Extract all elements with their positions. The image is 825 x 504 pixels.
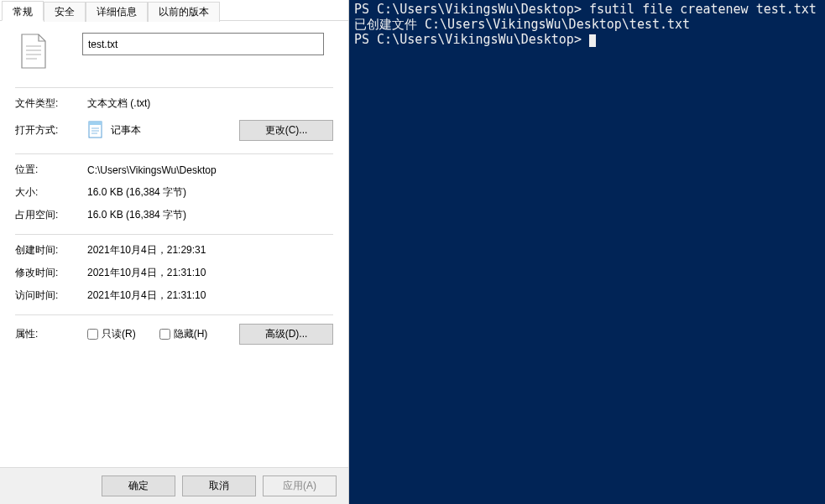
tab-details[interactable]: 详细信息 xyxy=(86,2,148,22)
openwith-label: 打开方式: xyxy=(15,123,87,138)
tab-general[interactable]: 常规 xyxy=(2,1,44,21)
separator xyxy=(15,153,333,154)
location-label: 位置: xyxy=(15,163,87,177)
file-icon xyxy=(15,33,82,72)
created-value: 2021年10月4日，21:29:31 xyxy=(87,243,206,257)
attributes-label: 属性: xyxy=(15,327,87,341)
created-label: 创建时间: xyxy=(15,243,87,257)
dialog-button-bar: 确定 取消 应用(A) xyxy=(0,467,348,504)
size-on-disk-value: 16.0 KB (16,384 字节) xyxy=(87,208,186,222)
advanced-button[interactable]: 高级(D)... xyxy=(239,324,333,345)
separator xyxy=(15,234,333,235)
properties-dialog: 常规 安全 详细信息 以前的版本 文件类型: 文本文档 (.txt) xyxy=(0,0,349,504)
apply-button[interactable]: 应用(A) xyxy=(263,475,337,496)
change-button[interactable]: 更改(C)... xyxy=(239,120,333,141)
size-value: 16.0 KB (16,384 字节) xyxy=(87,185,186,200)
readonly-checkbox-wrap[interactable]: 只读(R) xyxy=(87,327,136,341)
terminal-line: 已创建文件 C:\Users\VikingsWu\Desktop\test.tx… xyxy=(354,17,690,32)
filetype-value: 文本文档 (.txt) xyxy=(87,96,150,111)
hidden-checkbox-wrap[interactable]: 隐藏(H) xyxy=(159,327,208,341)
tab-bar: 常规 安全 详细信息 以前的版本 xyxy=(0,0,348,21)
accessed-value: 2021年10月4日，21:31:10 xyxy=(87,288,206,303)
powershell-terminal[interactable]: PS C:\Users\VikingsWu\Desktop> fsutil fi… xyxy=(349,0,825,504)
terminal-line: PS C:\Users\VikingsWu\Desktop> fsutil fi… xyxy=(354,2,825,17)
size-on-disk-label: 占用空间: xyxy=(15,208,87,222)
accessed-label: 访问时间: xyxy=(15,288,87,303)
location-value: C:\Users\VikingsWu\Desktop xyxy=(87,164,217,176)
tab-previous-versions[interactable]: 以前的版本 xyxy=(148,2,220,22)
modified-label: 修改时间: xyxy=(15,266,87,280)
openwith-value: 记事本 xyxy=(111,123,141,138)
readonly-label: 只读(R) xyxy=(102,327,136,341)
separator xyxy=(15,314,333,315)
cancel-button[interactable]: 取消 xyxy=(182,475,256,496)
ok-button[interactable]: 确定 xyxy=(102,475,175,496)
terminal-cursor xyxy=(589,34,596,47)
notepad-icon xyxy=(87,119,111,142)
hidden-checkbox[interactable] xyxy=(159,329,170,340)
readonly-checkbox[interactable] xyxy=(87,329,98,340)
terminal-line: PS C:\Users\VikingsWu\Desktop> xyxy=(354,32,582,47)
tab-security[interactable]: 安全 xyxy=(44,2,86,22)
hidden-label: 隐藏(H) xyxy=(174,327,208,341)
filename-input[interactable] xyxy=(82,33,324,55)
modified-value: 2021年10月4日，21:31:10 xyxy=(87,266,206,280)
separator xyxy=(15,87,333,88)
general-tab-content: 文件类型: 文本文档 (.txt) 打开方式: 记事本 更改(C)... 位置:… xyxy=(0,21,348,467)
filetype-label: 文件类型: xyxy=(15,96,87,111)
size-label: 大小: xyxy=(15,185,87,200)
svg-rect-5 xyxy=(89,122,102,125)
